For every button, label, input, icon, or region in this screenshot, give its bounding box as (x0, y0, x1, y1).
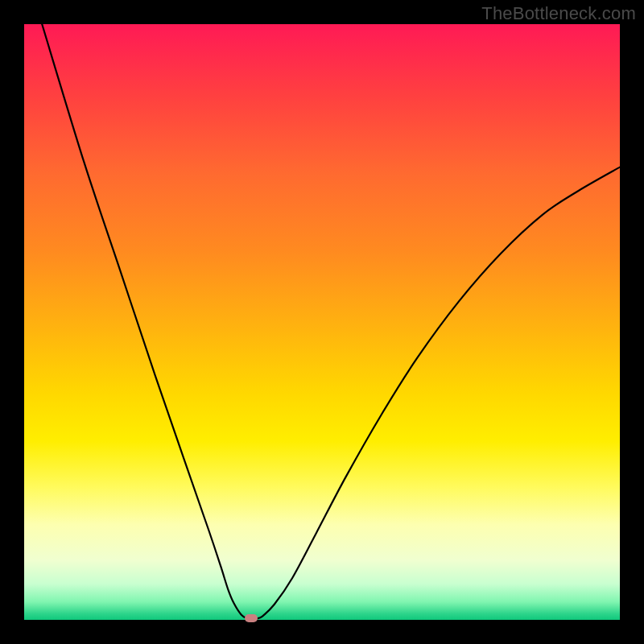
plot-area (24, 24, 620, 620)
chart-frame: TheBottleneck.com (0, 0, 644, 644)
watermark-text: TheBottleneck.com (481, 3, 636, 24)
bottleneck-curve-path (42, 24, 620, 620)
curve-svg (24, 24, 620, 620)
optimal-point-marker (245, 614, 258, 622)
